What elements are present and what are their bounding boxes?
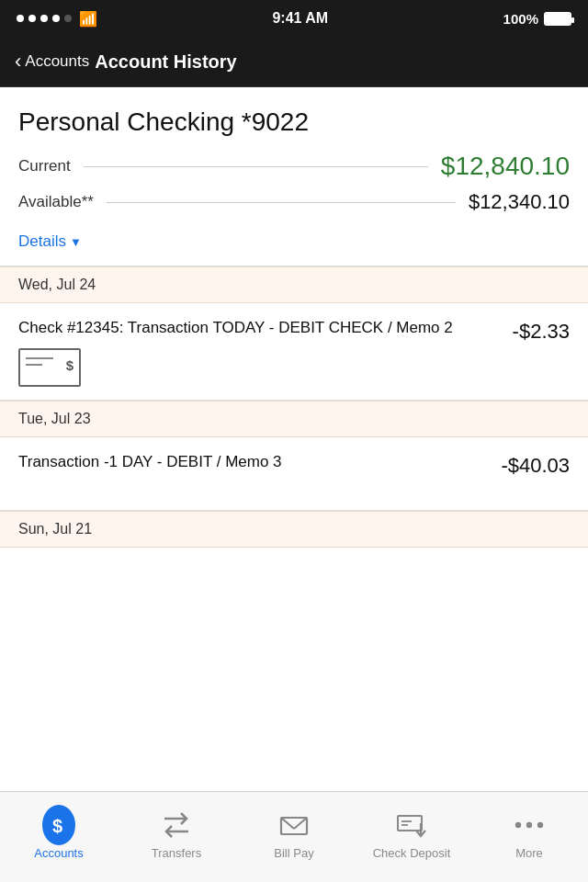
tab-billpay[interactable]: Bill Pay bbox=[235, 792, 353, 882]
current-balance-row: Current $12,840.10 bbox=[18, 152, 570, 181]
check-deposit-icon bbox=[395, 808, 428, 842]
transaction-desc-2: Transaction -1 DAY - DEBIT / Memo 3 bbox=[18, 452, 490, 473]
page-title: Account History bbox=[95, 51, 236, 73]
billpay-check-icon bbox=[277, 808, 311, 842]
svg-line-4 bbox=[281, 818, 294, 829]
section-date-sun: Sun, Jul 21 bbox=[18, 521, 92, 537]
svg-rect-7 bbox=[398, 816, 422, 831]
more-dots-icon bbox=[513, 808, 546, 842]
status-time: 9:41 AM bbox=[272, 10, 328, 27]
tab-transfers-label: Transfers bbox=[152, 846, 201, 860]
transaction-left-1: Check #12345: Transaction TODAY - DEBIT … bbox=[18, 318, 513, 387]
account-summary: Personal Checking *9022 Current $12,840.… bbox=[0, 87, 588, 266]
svg-point-11 bbox=[515, 822, 521, 828]
back-label: Accounts bbox=[25, 52, 89, 71]
content-area: Personal Checking *9022 Current $12,840.… bbox=[0, 87, 588, 791]
transaction-amount-2: -$40.03 bbox=[501, 452, 570, 478]
back-button[interactable]: ‹ Accounts bbox=[15, 51, 89, 72]
wifi-icon: 📶 bbox=[79, 10, 97, 28]
billpay-icon bbox=[277, 808, 311, 842]
tab-billpay-label: Bill Pay bbox=[274, 846, 313, 860]
tab-accounts-label: Accounts bbox=[34, 846, 83, 860]
details-row: Details ▼ bbox=[18, 223, 570, 256]
available-amount: $12,340.10 bbox=[469, 190, 570, 214]
tab-more-label: More bbox=[515, 846, 543, 860]
transaction-row-2[interactable]: Transaction -1 DAY - DEBIT / Memo 3 -$40… bbox=[0, 437, 588, 511]
back-chevron-icon: ‹ bbox=[15, 51, 21, 72]
nav-bar: ‹ Accounts Account History bbox=[0, 37, 588, 87]
details-chevron-icon: ▼ bbox=[70, 235, 82, 249]
section-header-sun: Sun, Jul 21 bbox=[0, 511, 588, 548]
details-link[interactable]: Details ▼ bbox=[18, 232, 570, 251]
accounts-circle: $ bbox=[42, 805, 75, 845]
transaction-desc-1: Check #12345: Transaction TODAY - DEBIT … bbox=[18, 318, 502, 339]
more-icon bbox=[513, 808, 546, 842]
account-name: Personal Checking *9022 bbox=[18, 107, 570, 137]
available-balance-row: Available** $12,340.10 bbox=[18, 190, 570, 214]
details-label: Details bbox=[18, 232, 66, 251]
check-line-1 bbox=[26, 357, 53, 359]
battery-percent: 100% bbox=[503, 11, 538, 27]
transaction-amount-1: -$2.33 bbox=[513, 318, 570, 344]
tab-transfers[interactable]: Transfers bbox=[118, 792, 235, 882]
current-amount: $12,840.10 bbox=[441, 152, 570, 181]
tab-checkdeposit[interactable]: Check Deposit bbox=[353, 792, 470, 882]
transfers-arrows-icon bbox=[161, 809, 192, 841]
svg-text:$: $ bbox=[52, 816, 62, 836]
signal-dots bbox=[17, 15, 72, 22]
transfers-icon bbox=[160, 808, 193, 842]
svg-point-13 bbox=[537, 822, 543, 828]
dollar-sign-icon: $ bbox=[48, 814, 70, 836]
section-header-tue: Tue, Jul 23 bbox=[0, 401, 588, 437]
tab-bar: $ Accounts Transfers bbox=[0, 791, 588, 882]
section-header-wed: Wed, Jul 24 bbox=[0, 266, 588, 303]
svg-line-5 bbox=[294, 818, 307, 829]
section-date-tue: Tue, Jul 23 bbox=[18, 411, 91, 426]
check-line-2 bbox=[26, 364, 42, 366]
tab-checkdeposit-label: Check Deposit bbox=[373, 846, 451, 860]
transaction-left-2: Transaction -1 DAY - DEBIT / Memo 3 bbox=[18, 452, 501, 482]
battery-icon bbox=[544, 12, 571, 26]
status-left: 📶 bbox=[17, 10, 97, 28]
available-divider bbox=[107, 202, 456, 203]
transaction-row-1[interactable]: Check #12345: Transaction TODAY - DEBIT … bbox=[0, 303, 588, 401]
checkdeposit-icon bbox=[395, 808, 428, 842]
current-divider bbox=[84, 166, 428, 167]
tab-more[interactable]: More bbox=[470, 792, 588, 882]
accounts-icon: $ bbox=[42, 808, 75, 842]
check-lines bbox=[26, 357, 53, 366]
current-label: Current bbox=[18, 157, 71, 175]
status-bar: 📶 9:41 AM 100% bbox=[0, 0, 588, 37]
svg-point-12 bbox=[526, 822, 532, 828]
status-right: 100% bbox=[503, 11, 571, 27]
check-icon: $ bbox=[18, 348, 81, 387]
available-label: Available** bbox=[18, 193, 94, 211]
check-dollar-sign: $ bbox=[66, 357, 74, 373]
section-date-wed: Wed, Jul 24 bbox=[18, 277, 96, 292]
tab-accounts[interactable]: $ Accounts bbox=[0, 792, 118, 882]
